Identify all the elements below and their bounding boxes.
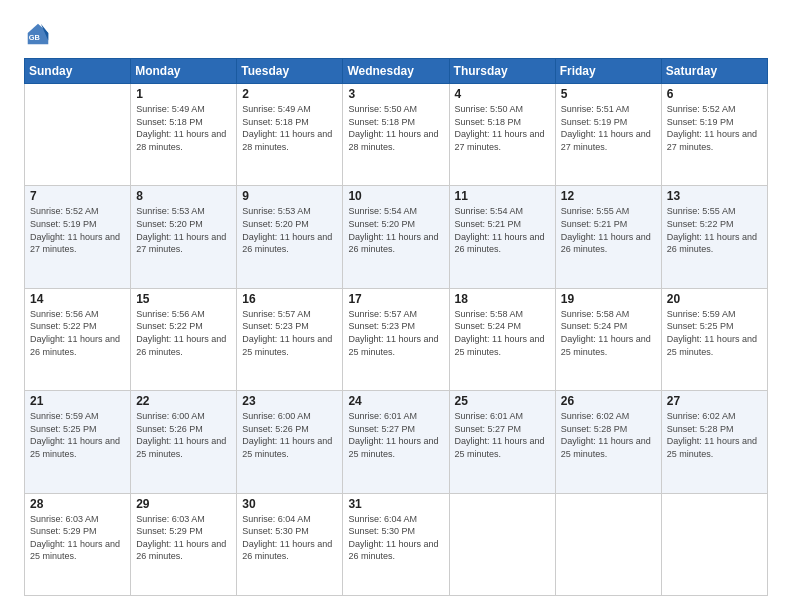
calendar-cell: 18Sunrise: 5:58 AMSunset: 5:24 PMDayligh…: [449, 288, 555, 390]
week-row-4: 21Sunrise: 5:59 AMSunset: 5:25 PMDayligh…: [25, 391, 768, 493]
day-number: 10: [348, 189, 443, 203]
day-info: Sunrise: 5:59 AMSunset: 5:25 PMDaylight:…: [667, 308, 762, 358]
day-number: 6: [667, 87, 762, 101]
svg-text:GB: GB: [29, 33, 41, 42]
day-number: 11: [455, 189, 550, 203]
day-number: 23: [242, 394, 337, 408]
day-number: 18: [455, 292, 550, 306]
calendar-cell: 10Sunrise: 5:54 AMSunset: 5:20 PMDayligh…: [343, 186, 449, 288]
day-number: 15: [136, 292, 231, 306]
day-info: Sunrise: 5:53 AMSunset: 5:20 PMDaylight:…: [136, 205, 231, 255]
calendar-cell: [661, 493, 767, 595]
calendar-cell: 2Sunrise: 5:49 AMSunset: 5:18 PMDaylight…: [237, 84, 343, 186]
day-info: Sunrise: 5:54 AMSunset: 5:21 PMDaylight:…: [455, 205, 550, 255]
calendar-cell: 16Sunrise: 5:57 AMSunset: 5:23 PMDayligh…: [237, 288, 343, 390]
day-number: 22: [136, 394, 231, 408]
calendar-cell: [25, 84, 131, 186]
weekday-wednesday: Wednesday: [343, 59, 449, 84]
weekday-saturday: Saturday: [661, 59, 767, 84]
day-info: Sunrise: 5:56 AMSunset: 5:22 PMDaylight:…: [30, 308, 125, 358]
calendar-cell: 3Sunrise: 5:50 AMSunset: 5:18 PMDaylight…: [343, 84, 449, 186]
calendar-cell: 12Sunrise: 5:55 AMSunset: 5:21 PMDayligh…: [555, 186, 661, 288]
calendar-cell: 17Sunrise: 5:57 AMSunset: 5:23 PMDayligh…: [343, 288, 449, 390]
day-number: 29: [136, 497, 231, 511]
day-info: Sunrise: 5:50 AMSunset: 5:18 PMDaylight:…: [455, 103, 550, 153]
weekday-header-row: SundayMondayTuesdayWednesdayThursdayFrid…: [25, 59, 768, 84]
day-info: Sunrise: 5:56 AMSunset: 5:22 PMDaylight:…: [136, 308, 231, 358]
day-number: 31: [348, 497, 443, 511]
week-row-5: 28Sunrise: 6:03 AMSunset: 5:29 PMDayligh…: [25, 493, 768, 595]
calendar-cell: 1Sunrise: 5:49 AMSunset: 5:18 PMDaylight…: [131, 84, 237, 186]
calendar-cell: 23Sunrise: 6:00 AMSunset: 5:26 PMDayligh…: [237, 391, 343, 493]
calendar-cell: 30Sunrise: 6:04 AMSunset: 5:30 PMDayligh…: [237, 493, 343, 595]
day-number: 20: [667, 292, 762, 306]
day-info: Sunrise: 5:57 AMSunset: 5:23 PMDaylight:…: [242, 308, 337, 358]
weekday-friday: Friday: [555, 59, 661, 84]
day-number: 1: [136, 87, 231, 101]
logo-icon: GB: [24, 20, 52, 48]
day-info: Sunrise: 5:58 AMSunset: 5:24 PMDaylight:…: [455, 308, 550, 358]
day-info: Sunrise: 5:59 AMSunset: 5:25 PMDaylight:…: [30, 410, 125, 460]
day-number: 2: [242, 87, 337, 101]
day-info: Sunrise: 6:04 AMSunset: 5:30 PMDaylight:…: [348, 513, 443, 563]
weekday-tuesday: Tuesday: [237, 59, 343, 84]
day-number: 4: [455, 87, 550, 101]
day-number: 30: [242, 497, 337, 511]
calendar-cell: 24Sunrise: 6:01 AMSunset: 5:27 PMDayligh…: [343, 391, 449, 493]
calendar-cell: 31Sunrise: 6:04 AMSunset: 5:30 PMDayligh…: [343, 493, 449, 595]
day-info: Sunrise: 6:00 AMSunset: 5:26 PMDaylight:…: [242, 410, 337, 460]
calendar-cell: 13Sunrise: 5:55 AMSunset: 5:22 PMDayligh…: [661, 186, 767, 288]
weekday-monday: Monday: [131, 59, 237, 84]
day-info: Sunrise: 6:01 AMSunset: 5:27 PMDaylight:…: [455, 410, 550, 460]
day-number: 3: [348, 87, 443, 101]
day-info: Sunrise: 6:02 AMSunset: 5:28 PMDaylight:…: [561, 410, 656, 460]
day-info: Sunrise: 5:55 AMSunset: 5:21 PMDaylight:…: [561, 205, 656, 255]
day-info: Sunrise: 5:49 AMSunset: 5:18 PMDaylight:…: [136, 103, 231, 153]
calendar-cell: 25Sunrise: 6:01 AMSunset: 5:27 PMDayligh…: [449, 391, 555, 493]
day-info: Sunrise: 5:52 AMSunset: 5:19 PMDaylight:…: [30, 205, 125, 255]
calendar-cell: 21Sunrise: 5:59 AMSunset: 5:25 PMDayligh…: [25, 391, 131, 493]
calendar-cell: 26Sunrise: 6:02 AMSunset: 5:28 PMDayligh…: [555, 391, 661, 493]
calendar-cell: 9Sunrise: 5:53 AMSunset: 5:20 PMDaylight…: [237, 186, 343, 288]
week-row-2: 7Sunrise: 5:52 AMSunset: 5:19 PMDaylight…: [25, 186, 768, 288]
week-row-3: 14Sunrise: 5:56 AMSunset: 5:22 PMDayligh…: [25, 288, 768, 390]
calendar: SundayMondayTuesdayWednesdayThursdayFrid…: [24, 58, 768, 596]
day-info: Sunrise: 6:04 AMSunset: 5:30 PMDaylight:…: [242, 513, 337, 563]
day-info: Sunrise: 5:49 AMSunset: 5:18 PMDaylight:…: [242, 103, 337, 153]
header: GB: [24, 20, 768, 48]
day-number: 13: [667, 189, 762, 203]
weekday-sunday: Sunday: [25, 59, 131, 84]
day-info: Sunrise: 5:52 AMSunset: 5:19 PMDaylight:…: [667, 103, 762, 153]
calendar-cell: 22Sunrise: 6:00 AMSunset: 5:26 PMDayligh…: [131, 391, 237, 493]
calendar-cell: 19Sunrise: 5:58 AMSunset: 5:24 PMDayligh…: [555, 288, 661, 390]
day-info: Sunrise: 6:02 AMSunset: 5:28 PMDaylight:…: [667, 410, 762, 460]
day-number: 19: [561, 292, 656, 306]
day-number: 21: [30, 394, 125, 408]
day-number: 7: [30, 189, 125, 203]
day-info: Sunrise: 5:51 AMSunset: 5:19 PMDaylight:…: [561, 103, 656, 153]
logo: GB: [24, 20, 56, 48]
calendar-cell: 28Sunrise: 6:03 AMSunset: 5:29 PMDayligh…: [25, 493, 131, 595]
day-info: Sunrise: 5:55 AMSunset: 5:22 PMDaylight:…: [667, 205, 762, 255]
day-info: Sunrise: 6:01 AMSunset: 5:27 PMDaylight:…: [348, 410, 443, 460]
calendar-cell: 29Sunrise: 6:03 AMSunset: 5:29 PMDayligh…: [131, 493, 237, 595]
day-number: 8: [136, 189, 231, 203]
day-number: 25: [455, 394, 550, 408]
day-info: Sunrise: 6:00 AMSunset: 5:26 PMDaylight:…: [136, 410, 231, 460]
day-number: 27: [667, 394, 762, 408]
calendar-cell: 8Sunrise: 5:53 AMSunset: 5:20 PMDaylight…: [131, 186, 237, 288]
calendar-cell: 14Sunrise: 5:56 AMSunset: 5:22 PMDayligh…: [25, 288, 131, 390]
calendar-cell: 6Sunrise: 5:52 AMSunset: 5:19 PMDaylight…: [661, 84, 767, 186]
day-number: 24: [348, 394, 443, 408]
calendar-cell: [555, 493, 661, 595]
day-info: Sunrise: 5:57 AMSunset: 5:23 PMDaylight:…: [348, 308, 443, 358]
calendar-cell: 4Sunrise: 5:50 AMSunset: 5:18 PMDaylight…: [449, 84, 555, 186]
day-info: Sunrise: 5:58 AMSunset: 5:24 PMDaylight:…: [561, 308, 656, 358]
calendar-cell: 20Sunrise: 5:59 AMSunset: 5:25 PMDayligh…: [661, 288, 767, 390]
weekday-thursday: Thursday: [449, 59, 555, 84]
week-row-1: 1Sunrise: 5:49 AMSunset: 5:18 PMDaylight…: [25, 84, 768, 186]
calendar-cell: 11Sunrise: 5:54 AMSunset: 5:21 PMDayligh…: [449, 186, 555, 288]
day-info: Sunrise: 6:03 AMSunset: 5:29 PMDaylight:…: [136, 513, 231, 563]
day-info: Sunrise: 6:03 AMSunset: 5:29 PMDaylight:…: [30, 513, 125, 563]
day-number: 28: [30, 497, 125, 511]
